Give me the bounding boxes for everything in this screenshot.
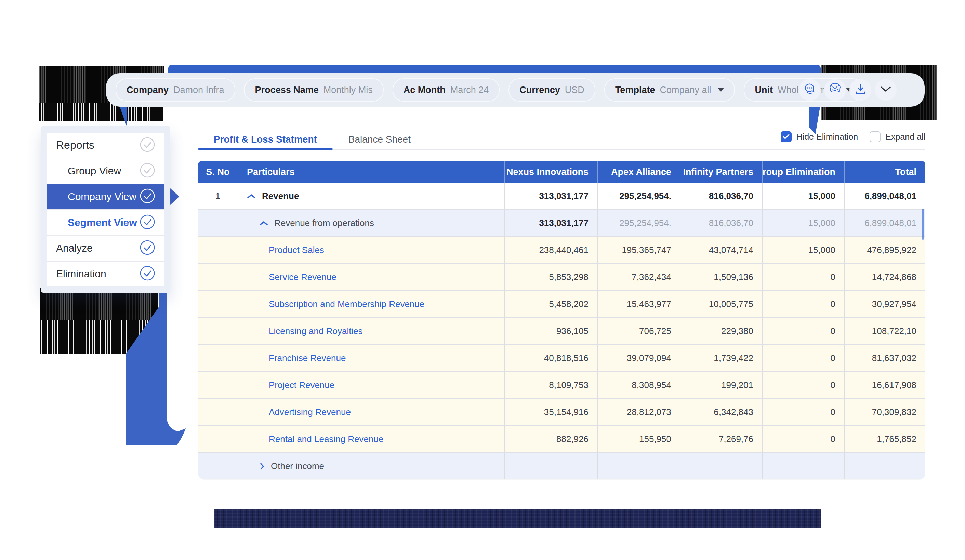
cell-value: 238,440,461 [539, 245, 589, 255]
particulars-label: Revenue from operations [274, 218, 374, 229]
cell-value: 7,269,76 [719, 434, 753, 444]
collapse-chevron-up-icon[interactable] [259, 220, 268, 226]
particulars-label[interactable]: Service Revenue [269, 272, 337, 282]
tab-profit-loss-statment[interactable]: Profit & Loss Statment [198, 134, 333, 149]
value-cell [762, 453, 845, 479]
sidebar-item-group-view[interactable]: Group View [47, 158, 164, 184]
sno-value: 1 [216, 191, 220, 201]
cell-value: 30,927,954 [872, 299, 916, 309]
tab-label: Balance Sheet [348, 134, 411, 145]
value-cell: 5,458,202 [505, 291, 598, 317]
particulars-label[interactable]: Subscription and Membership Revenue [269, 299, 424, 309]
table-controls: Hide Elimination Expand all [781, 131, 925, 142]
value-cell: 0 [762, 264, 845, 290]
column-header-label: S. No [206, 167, 230, 178]
cell-value: 15,000 [808, 245, 836, 255]
expand-all-control[interactable]: Expand all [870, 131, 925, 142]
hide-elimination-checkbox[interactable] [781, 131, 792, 142]
value-cell: 15,000 [762, 237, 845, 263]
particulars-label: Other income [271, 461, 324, 472]
column-header-label: Group Elimination [762, 167, 836, 178]
particulars-label[interactable]: Licensing and Royalties [269, 326, 363, 336]
value-cell: 108,722,10 [845, 318, 925, 344]
value-cell: 43,074,714 [680, 237, 762, 263]
filter-pill-process-name[interactable]: Process NameMonthly Mis [244, 78, 384, 101]
value-cell: 816,036,70 [680, 183, 762, 209]
particulars-label[interactable]: Advertising Revenue [269, 407, 351, 418]
filter-toolbar: CompanyDamon InfraProcess NameMonthly Mi… [106, 73, 925, 107]
filter-label: Unit [755, 85, 772, 95]
cell-value: 0 [831, 299, 836, 309]
value-cell: 882,926 [505, 426, 598, 452]
filter-value: USD [565, 85, 584, 95]
value-cell: 0 [762, 399, 845, 425]
particulars-label[interactable]: Project Revenue [269, 380, 334, 390]
cell-value: 816,036,70 [709, 191, 753, 201]
table-row-advertising-revenue: Advertising Revenue35,154,91628,812,0736… [198, 399, 925, 426]
filter-pill-company[interactable]: CompanyDamon Infra [116, 78, 235, 101]
sno-cell [198, 291, 238, 317]
value-cell: 16,617,908 [845, 372, 925, 398]
filter-value: Monthly Mis [324, 85, 373, 95]
cell-value: 476,895,922 [867, 245, 916, 255]
sno-cell [198, 345, 238, 371]
sidebar-item-label: Reports [56, 139, 94, 152]
cell-value: 28,812,073 [627, 407, 671, 418]
value-cell: 936,105 [505, 318, 598, 344]
check-circle-icon [139, 240, 155, 257]
value-cell: 10,005,775 [680, 291, 762, 317]
particulars-cell: Franchise Revenue [238, 345, 505, 371]
sidebar-item-segment-view[interactable]: Segment View [47, 210, 164, 235]
cell-value: 6,899,048,01 [864, 191, 916, 201]
particulars-label[interactable]: Rental and Leasing Revenue [269, 434, 383, 444]
collapse-chevron-up-icon[interactable] [247, 194, 256, 199]
sidebar-item-analyze[interactable]: Analyze [47, 235, 164, 261]
download-button[interactable] [849, 79, 871, 101]
check-circle-icon [139, 137, 155, 154]
chevron-down-button[interactable] [875, 79, 896, 101]
cell-value: 1,509,136 [714, 272, 753, 282]
cell-value: 229,380 [721, 326, 753, 336]
expand-chevron-right-icon[interactable] [259, 462, 265, 470]
cell-value: 313,031,177 [539, 191, 589, 201]
sno-cell [198, 318, 238, 344]
hide-elimination-control[interactable]: Hide Elimination [781, 131, 858, 142]
particulars-cell: Advertising Revenue [238, 399, 505, 425]
sno-cell [198, 237, 238, 263]
sidebar-item-company-view[interactable]: Company View [47, 184, 164, 210]
cell-value: 39,079,094 [627, 353, 671, 363]
table-header-row: S. NoParticularsNexus InnovationsApex Al… [198, 161, 925, 183]
particulars-label[interactable]: Franchise Revenue [269, 353, 346, 363]
value-cell [505, 453, 598, 479]
sidebar-item-elimination[interactable]: Elimination [47, 261, 164, 286]
cell-value: 295,254,954. [619, 191, 671, 201]
ai-brain-button[interactable] [824, 79, 846, 101]
particulars-label[interactable]: Product Sales [269, 245, 324, 255]
value-cell: 5,853,298 [505, 264, 598, 290]
particulars-cell: Project Revenue [238, 372, 505, 398]
sno-cell [198, 372, 238, 398]
dropdown-caret-icon[interactable] [718, 88, 724, 92]
value-cell: 155,950 [598, 426, 680, 452]
sidebar-item-reports[interactable]: Reports [47, 133, 164, 158]
sno-cell [198, 426, 238, 452]
filter-pill-ac-month[interactable]: Ac MonthMarch 24 [393, 78, 500, 101]
cell-value: 6,899,048,01 [864, 218, 916, 229]
filter-pill-currency[interactable]: CurrencyUSD [509, 78, 595, 101]
table-row-project-revenue: Project Revenue8,109,7538,308,954199,201… [198, 372, 925, 399]
filter-value: Damon Infra [173, 85, 224, 95]
filter-pill-template[interactable]: TemplateCompany all [604, 78, 735, 101]
value-cell: 199,201 [680, 372, 762, 398]
value-cell: 6,899,048,01 [845, 210, 925, 236]
chat-button[interactable] [799, 79, 821, 101]
expand-all-checkbox[interactable] [870, 131, 880, 142]
table-row-product-sales: Product Sales238,440,461195,365,74743,07… [198, 237, 925, 264]
cell-value: 8,109,753 [549, 380, 589, 390]
sidebar-item-label: Elimination [56, 268, 106, 280]
cell-value: 15,000 [808, 218, 836, 229]
reports-sidebar: ReportsGroup ViewCompany ViewSegment Vie… [41, 126, 170, 293]
tab-balance-sheet[interactable]: Balance Sheet [333, 134, 427, 149]
check-circle-icon [139, 214, 155, 231]
particulars-cell: Rental and Leasing Revenue [238, 426, 505, 452]
table-scrollbar-thumb[interactable] [922, 209, 924, 240]
